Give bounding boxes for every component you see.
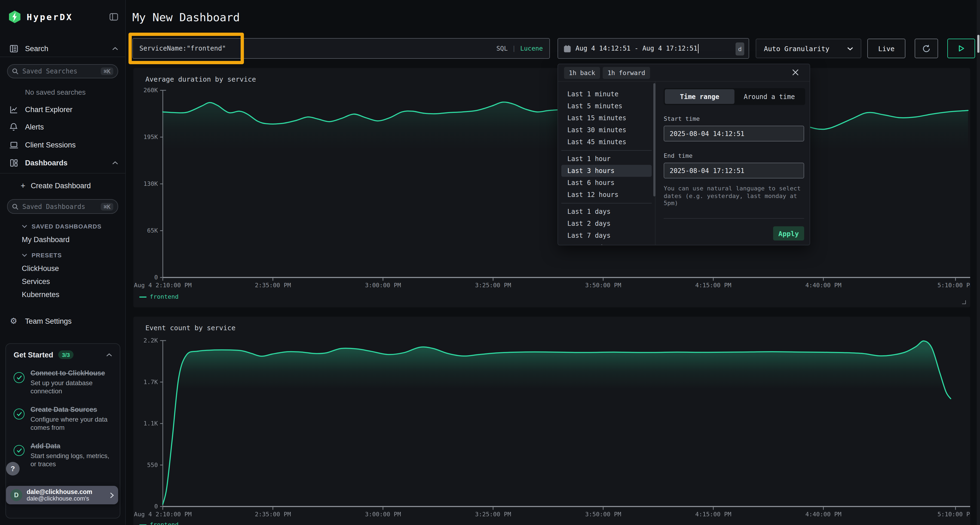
scrollbar-thumb[interactable] (653, 83, 655, 197)
tab-around-a-time[interactable]: Around a time (735, 89, 804, 104)
shift-back-button[interactable]: 1h back (564, 67, 600, 79)
refresh-button[interactable] (915, 39, 938, 58)
chart-legend[interactable]: frontend (139, 521, 178, 525)
time-range-option[interactable]: Last 15 minutes (561, 112, 652, 124)
saved-searches-input[interactable]: Saved Searches ⌘K (7, 64, 118, 78)
presets-header[interactable]: PRESETS (0, 248, 126, 262)
get-started-item-desc: Start sending logs, metrics, or traces (30, 452, 112, 468)
chevron-up-icon (112, 161, 118, 165)
mode-sql-toggle[interactable]: SQL (496, 44, 508, 52)
get-started-item-desc: Configure where your data comes from (30, 416, 112, 432)
chart-explorer-icon (9, 105, 19, 114)
granularity-select[interactable]: Auto Granularity (756, 39, 861, 58)
account-chip[interactable]: D dale@clickhouse.com dale@clickhouse.co… (6, 486, 118, 504)
time-range-option[interactable]: Last 6 hours (561, 177, 652, 189)
create-dashboard-button[interactable]: + Create Dashboard (0, 178, 126, 193)
get-started-header[interactable]: Get Started 3/3 (14, 351, 112, 359)
sidebar-item-dashboards[interactable]: Dashboards (0, 155, 126, 170)
sidebar-item-services[interactable]: Services (0, 274, 126, 288)
page-scrollbar-thumb[interactable] (977, 35, 980, 53)
sidebar-item-search[interactable]: Search (0, 41, 126, 56)
get-started-title: Get Started (14, 351, 53, 359)
y-axis-tick-label: 65K (147, 227, 158, 234)
time-range-option[interactable]: Last 2 days (561, 217, 652, 230)
granularity-value: Auto Granularity (764, 44, 829, 52)
sidebar-item-client-sessions[interactable]: Client Sessions (0, 138, 126, 152)
get-started-item[interactable]: Create Data Sources Configure where your… (14, 404, 112, 432)
x-axis-tick-label: 2:35:00 PM (255, 511, 291, 518)
duration-badge: d (735, 43, 744, 56)
sidebar-item-label: Alerts (25, 123, 44, 131)
hyperdx-logo-icon (8, 10, 22, 24)
sidebar-item-chart-explorer[interactable]: Chart Explorer (0, 102, 126, 116)
chart-panel-event-count: Event count by service 05501.1K1.7K2.2KA… (134, 317, 970, 525)
refresh-icon (922, 44, 931, 53)
check-circle-icon (14, 409, 24, 419)
get-started-item[interactable]: Add Data Start sending logs, metrics, or… (14, 441, 112, 468)
saved-dashboards-placeholder: Saved Dashboards (22, 203, 85, 210)
sidebar-item-alerts[interactable]: Alerts (0, 120, 126, 134)
divider (561, 150, 652, 151)
create-dashboard-label: Create Dashboard (31, 181, 91, 190)
saved-dashboards-input[interactable]: Saved Dashboards ⌘K (7, 199, 118, 214)
x-axis-tick-label: 4:15:00 PM (695, 282, 731, 289)
time-range-input[interactable]: Aug 4 14:12:51 - Aug 4 17:12:51 d (557, 38, 749, 59)
x-axis-tick-label: 3:50:00 PM (585, 511, 621, 518)
time-range-option[interactable]: Last 3 hours (561, 165, 652, 177)
time-range-option[interactable]: Last 45 minutes (561, 136, 652, 148)
dashboards-icon (9, 158, 19, 168)
live-button[interactable]: Live (867, 39, 905, 58)
shortcut-badge: ⌘K (101, 203, 113, 210)
get-started-item[interactable]: Connect to ClickHouse Set up your databa… (14, 368, 112, 395)
sidebar-item-label: Client Sessions (25, 141, 76, 149)
chart-legend[interactable]: frontend (139, 293, 178, 300)
tab-time-range[interactable]: Time range (665, 89, 735, 104)
y-axis-tick-label: 0 (154, 274, 158, 281)
x-axis-tick-label: 4:40:00 PM (805, 511, 841, 518)
sidebar-item-my-dashboard[interactable]: My Dashboard (0, 232, 126, 246)
time-range-option[interactable]: Last 30 minutes (561, 124, 652, 136)
sidebar-item-team-settings[interactable]: ⚙ Team Settings (0, 314, 126, 328)
sidebar-collapse-icon[interactable] (110, 13, 118, 21)
get-started-item-title: Add Data (30, 442, 60, 450)
saved-dashboards-header[interactable]: SAVED DASHBOARDS (0, 219, 126, 233)
time-range-option[interactable]: Last 1 days (561, 206, 652, 217)
close-icon[interactable] (792, 68, 800, 77)
page-title: My New Dashboard (132, 11, 240, 24)
page-scrollbar[interactable] (977, 0, 980, 525)
time-range-option[interactable]: Last 1 minute (561, 88, 652, 100)
no-saved-searches: No saved searches (0, 85, 126, 99)
get-started-item-title: Connect to ClickHouse (30, 370, 105, 377)
sidebar: HyperDX Search Saved Searches ⌘K No save… (0, 0, 126, 525)
chevron-up-icon[interactable] (106, 353, 112, 357)
help-button[interactable]: ? (6, 462, 20, 476)
x-axis-tick-label: Aug 4 2:10:00 PM (134, 282, 192, 289)
time-range-option[interactable]: Last 7 days (561, 230, 652, 241)
chevron-down-icon (847, 46, 853, 50)
y-axis-tick-label: 1.7K (143, 379, 158, 385)
time-range-option[interactable]: Last 5 minutes (561, 100, 652, 112)
time-range-option[interactable]: Last 1 hour (561, 153, 652, 165)
apply-button[interactable]: Apply (773, 226, 804, 241)
get-started-item-title: Create Data Sources (30, 406, 97, 414)
run-query-button[interactable] (947, 39, 975, 58)
mode-lucene-toggle[interactable]: Lucene (520, 44, 543, 52)
x-axis-tick-label: Aug 4 2:10:00 PM (134, 511, 192, 518)
time-range-option[interactable]: Last 14 days (561, 241, 652, 245)
chevron-up-icon (112, 46, 118, 50)
line-chart-canvas: 05501.1K1.7K2.2KAug 4 2:10:00 PM2:35:00 … (134, 317, 970, 525)
time-picker-popup: 1h back 1h forward Last 1 minuteLast 5 m… (557, 63, 810, 245)
app-root: HyperDX Search Saved Searches ⌘K No save… (0, 0, 980, 525)
time-range-option[interactable]: Last 12 hours (561, 189, 652, 201)
end-time-input[interactable]: 2025-08-04 17:12:51 (664, 163, 804, 178)
mode-divider: | (512, 44, 516, 52)
shift-forward-button[interactable]: 1h forward (603, 67, 650, 79)
sidebar-item-kubernetes[interactable]: Kubernetes (0, 287, 126, 301)
x-axis-tick-label: 5:10:00 PM (937, 282, 970, 289)
panel-resize-handle[interactable] (962, 300, 966, 304)
y-axis-tick-label: 195K (143, 133, 158, 140)
start-time-input[interactable]: 2025-08-04 14:12:51 (664, 126, 804, 141)
natural-language-note: You can use natural language to select d… (664, 185, 805, 207)
sidebar-item-clickhouse[interactable]: ClickHouse (0, 261, 126, 275)
x-axis-tick-label: 4:15:00 PM (695, 511, 731, 518)
